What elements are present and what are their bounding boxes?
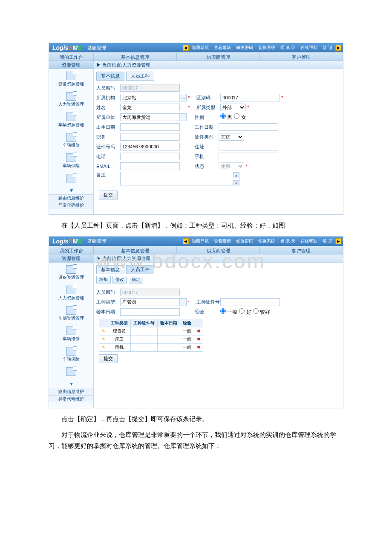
- tab-basic-info[interactable]: 基本信息管理: [94, 246, 177, 254]
- submit-button[interactable]: 提交: [99, 354, 118, 363]
- confirm-button[interactable]: 确定: [129, 276, 143, 283]
- sidebar-link-route[interactable]: 路由信息维护: [49, 388, 93, 395]
- sidebar-item-vehicle[interactable]: 车辆资源管理: [49, 110, 93, 130]
- grid-row: ✎ 库工 一般 ✖: [99, 335, 203, 343]
- input-cert-no[interactable]: [120, 143, 180, 150]
- radio-male[interactable]: 男: [220, 113, 232, 121]
- top-btn-latest[interactable]: 查看最新: [212, 45, 233, 51]
- sidebar-item-insurance[interactable]: 车辆保险: [49, 151, 93, 171]
- select-cert-type[interactable]: 其它: [219, 133, 244, 141]
- lbl-area-code: 区别码: [196, 95, 220, 101]
- textarea-remark[interactable]: [120, 172, 239, 185]
- sidebar-item-hr[interactable]: 人力资源管理: [49, 283, 93, 304]
- subtab-jobtype[interactable]: 人员工种: [126, 72, 154, 81]
- lookup-org-button[interactable]: …: [180, 94, 187, 101]
- input-org[interactable]: [120, 94, 180, 101]
- row-delete-icon[interactable]: ✖: [197, 329, 200, 333]
- sidebar-item-equipment[interactable]: 设备资源管理: [49, 69, 93, 90]
- add-button[interactable]: 增加: [96, 276, 111, 283]
- radio-exp-normal[interactable]: 一般: [220, 308, 237, 316]
- radio-exp-good[interactable]: 好: [239, 308, 251, 316]
- sidebar-item-insurance[interactable]: 车辆保险: [49, 344, 93, 365]
- top-btn-contacts[interactable]: 通 讯 录: [278, 238, 298, 244]
- grid-row: ✎ 司机 一般 ✖: [99, 343, 203, 351]
- submit-button[interactable]: 提交: [99, 191, 118, 199]
- top-btn-help[interactable]: 在线帮助: [298, 238, 320, 244]
- input-phone[interactable]: [120, 153, 180, 160]
- input-area-code[interactable]: [220, 94, 280, 101]
- subtab-jobtype[interactable]: 人员工种: [126, 265, 154, 274]
- subtab-basic[interactable]: 基本信息: [96, 265, 124, 274]
- top-btn-switch[interactable]: 切换系统: [256, 238, 277, 244]
- input-job-cert[interactable]: [220, 298, 280, 306]
- tab-customer[interactable]: 客户管理: [260, 53, 343, 61]
- input-workdate[interactable]: [219, 123, 278, 131]
- input-check-date[interactable]: [120, 308, 180, 316]
- sidebar-item-vehicle[interactable]: 车辆资源管理: [49, 304, 93, 324]
- top-btn-password[interactable]: 修改密码: [234, 238, 255, 244]
- sidebar-link-route[interactable]: 路由信息维护: [49, 194, 93, 202]
- sidebar-collapse-icon[interactable]: ▾: [49, 186, 93, 194]
- row-edit-icon[interactable]: ✎: [102, 337, 105, 341]
- sidebar-item-extra[interactable]: [49, 171, 93, 186]
- input-position[interactable]: [120, 133, 180, 141]
- input-person-code[interactable]: [120, 84, 180, 92]
- input-address[interactable]: [219, 143, 278, 150]
- sidebar-link-error[interactable]: 异常代码维护: [49, 395, 93, 402]
- nav-next-icon[interactable]: ▶: [335, 238, 341, 244]
- top-btn-hide-nav[interactable]: 隐藏导航: [190, 45, 211, 51]
- top-btn-latest[interactable]: 查看最新: [212, 238, 233, 244]
- radio-female[interactable]: 女: [234, 113, 246, 121]
- tab-supplier[interactable]: 供应商管理: [177, 246, 260, 254]
- sidebar-collapse-icon[interactable]: ▾: [49, 379, 93, 388]
- edit-button[interactable]: 修改: [112, 276, 127, 283]
- radio-exp-better[interactable]: 较好: [253, 308, 270, 316]
- tab-supplier[interactable]: 供应商管理: [177, 53, 260, 61]
- input-email[interactable]: [120, 162, 180, 170]
- top-btn-switch[interactable]: 切换系统: [256, 45, 277, 51]
- input-birth[interactable]: [120, 123, 180, 131]
- row-delete-icon[interactable]: ✖: [197, 345, 200, 350]
- top-btn-contacts[interactable]: 通 讯 录: [278, 45, 298, 51]
- nav-prev-icon[interactable]: ◀: [183, 45, 189, 51]
- scroll-up-icon[interactable]: ▴: [233, 172, 239, 178]
- subtab-basic[interactable]: 基本信息: [96, 72, 124, 81]
- form-basic-info: 人员编码 所属机构 …* 区别码 * 姓名 * 所属类型 外部* 所: [94, 81, 343, 204]
- lookup-jobtype-button[interactable]: …: [180, 298, 187, 306]
- sidebar-link-error[interactable]: 异常代码维护: [49, 202, 93, 209]
- scroll-down-icon[interactable]: ▾: [233, 180, 239, 186]
- repair-icon: [66, 327, 76, 335]
- tab-workbench[interactable]: 我的工作台: [49, 246, 94, 254]
- select-status[interactable]: 使用: [219, 162, 244, 170]
- tab-customer[interactable]: 客户管理: [260, 246, 343, 254]
- top-btn-help[interactable]: 在线帮助: [298, 45, 320, 51]
- sidebar-item-repair[interactable]: 车辆维修: [49, 130, 93, 151]
- tab-workbench[interactable]: 我的工作台: [49, 53, 94, 61]
- sidebar-item-equipment[interactable]: 设备资源管理: [49, 263, 93, 283]
- topbar: LogisBMS 基础管理 ◀ 隐藏导航 查看最新 修改密码 切换系统 通 讯 …: [49, 237, 343, 246]
- top-btn-logout[interactable]: 签 退: [320, 45, 334, 51]
- row-delete-icon[interactable]: ✖: [197, 337, 200, 341]
- sidebar-item-hr[interactable]: 人力资源管理: [49, 90, 93, 110]
- lbl-name: 姓名: [96, 104, 120, 111]
- input-mobile[interactable]: [219, 153, 278, 160]
- top-btn-hide-nav[interactable]: 隐藏导航: [190, 238, 211, 244]
- input-name[interactable]: [120, 104, 180, 111]
- top-btn-password[interactable]: 修改密码: [234, 45, 255, 51]
- tab-basic-info[interactable]: 基本信息管理: [94, 53, 177, 61]
- lbl-position: 职务: [96, 134, 120, 140]
- lookup-unit-button[interactable]: …: [180, 113, 187, 121]
- sidebar-head[interactable]: 资源管理: [49, 61, 93, 69]
- sidebar-head[interactable]: 资源管理: [49, 254, 93, 263]
- input-person-code[interactable]: [120, 289, 180, 296]
- select-belong-type[interactable]: 外部: [220, 104, 246, 111]
- sidebar-item-extra[interactable]: [49, 365, 93, 379]
- input-unit[interactable]: [120, 113, 180, 121]
- row-edit-icon[interactable]: ✎: [102, 329, 105, 333]
- row-edit-icon[interactable]: ✎: [102, 345, 105, 350]
- input-job-type[interactable]: [120, 298, 180, 306]
- nav-prev-icon[interactable]: ◀: [183, 238, 189, 244]
- top-btn-logout[interactable]: 签 退: [320, 238, 334, 244]
- nav-next-icon[interactable]: ▶: [335, 45, 341, 51]
- sidebar-item-repair[interactable]: 车辆维修: [49, 324, 93, 344]
